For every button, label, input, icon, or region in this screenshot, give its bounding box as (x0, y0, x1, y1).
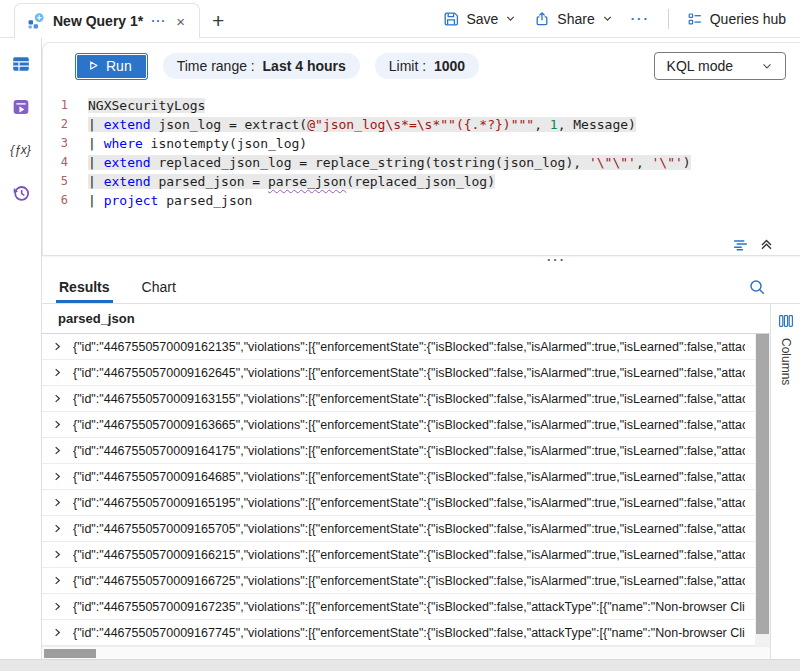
limit-pill[interactable]: Limit : 1000 (375, 53, 479, 79)
format-lines-button[interactable] (732, 236, 749, 253)
columns-side-panel[interactable]: Columns (770, 304, 800, 659)
kusto-app-icon (27, 12, 45, 30)
tab-results[interactable]: Results (56, 270, 113, 303)
sidebar-item-query-history[interactable] (9, 181, 33, 205)
table-row[interactable]: {"id":"4467550570009165705","violations"… (42, 516, 770, 542)
window-bottom-strip (0, 659, 800, 671)
row-expand-icon[interactable] (52, 341, 63, 352)
table-row[interactable]: {"id":"4467550570009162135","violations"… (42, 334, 770, 360)
code-tokens: | project parsed_json (88, 193, 252, 208)
tab-chart[interactable]: Chart (139, 270, 179, 303)
row-expand-icon[interactable] (52, 627, 63, 638)
row-expand-icon[interactable] (52, 575, 63, 586)
code-token: extend (104, 117, 151, 132)
row-expand-button[interactable] (52, 523, 63, 534)
row-expand-button[interactable] (52, 341, 63, 352)
kql-mode-select[interactable]: KQL mode (654, 52, 786, 80)
row-expand-icon[interactable] (52, 393, 63, 404)
sidebar-item-functions[interactable]: {ƒx} (9, 138, 33, 162)
row-expand-icon[interactable] (52, 601, 63, 612)
row-expand-icon[interactable] (52, 367, 63, 378)
row-expand-button[interactable] (52, 549, 63, 560)
splitter-handle[interactable]: ··· (547, 252, 566, 267)
table-row[interactable]: {"id":"4467550570009166215","violations"… (42, 542, 770, 568)
time-range-pill[interactable]: Time range : Last 4 hours (163, 53, 360, 79)
code-token: | (88, 136, 104, 151)
row-expand-icon[interactable] (52, 497, 63, 508)
script-play-icon (11, 97, 31, 117)
code-token: parsed_json = (151, 174, 268, 189)
limit-value: 1000 (434, 58, 465, 74)
run-button[interactable]: Run (75, 53, 148, 80)
run-label: Run (106, 58, 132, 74)
table-row[interactable]: {"id":"4467550570009165195","violations"… (42, 490, 770, 516)
sidebar-item-connections[interactable] (9, 52, 33, 76)
save-chevron-icon (505, 13, 516, 24)
horizontal-scrollbar-thumb[interactable] (44, 649, 96, 658)
row-expand-button[interactable] (52, 367, 63, 378)
queries-hub-button[interactable]: Queries hub (687, 11, 786, 27)
main-panel: Run Time range : Last 4 hours Limit : 10… (42, 38, 800, 659)
sidebar-item-saved-scripts[interactable] (9, 95, 33, 119)
tab-more-icon[interactable]: ··· (151, 14, 166, 28)
row-expand-icon[interactable] (52, 471, 63, 482)
table-row[interactable]: {"id":"4467550570009166725","violations"… (42, 568, 770, 594)
functions-icon: {ƒx} (10, 143, 31, 157)
line-number: 5 (43, 172, 81, 191)
row-expand-button[interactable] (52, 471, 63, 482)
code-token: , Message) (558, 117, 636, 132)
code-token: (replaced_json_log) (346, 174, 495, 189)
row-expand-button[interactable] (52, 627, 63, 638)
editor-line: 2| extend json_log = extract(@"json_log\… (43, 115, 800, 134)
vertical-scrollbar-thumb[interactable] (756, 334, 769, 634)
code-token: where (104, 136, 143, 151)
tab-close-icon[interactable]: × (174, 14, 187, 29)
row-expand-button[interactable] (52, 419, 63, 430)
table-row[interactable]: {"id":"4467550570009162645","violations"… (42, 360, 770, 386)
search-button[interactable] (748, 270, 766, 303)
code-tokens: | where isnotempty(json_log) (88, 136, 307, 151)
save-icon (443, 11, 459, 27)
content: {ƒx} Run T (0, 38, 800, 659)
row-json-text: {"id":"4467550570009166215","violations"… (73, 548, 745, 562)
table-row[interactable]: {"id":"4467550570009163155","violations"… (42, 386, 770, 412)
row-expand-icon[interactable] (52, 523, 63, 534)
table-row[interactable]: {"id":"4467550570009167235","violations"… (42, 594, 770, 620)
row-expand-button[interactable] (52, 497, 63, 508)
code-token: | (88, 193, 104, 208)
collapse-editor-button[interactable] (759, 237, 774, 252)
code-token: isnotempty(json_log) (143, 136, 307, 151)
row-expand-icon[interactable] (52, 549, 63, 560)
row-expand-button[interactable] (52, 445, 63, 456)
row-json-text: {"id":"4467550570009165705","violations"… (73, 522, 745, 536)
code-token: '\"\"' (589, 155, 636, 170)
table-row[interactable]: {"id":"4467550570009163665","violations"… (42, 412, 770, 438)
horizontal-scrollbar[interactable] (42, 646, 770, 659)
panel-splitter[interactable]: ··· (42, 256, 800, 270)
column-header-parsed-json[interactable]: parsed_json (42, 304, 770, 334)
row-json-text: {"id":"4467550570009165195","violations"… (73, 496, 745, 510)
vertical-scrollbar[interactable] (755, 334, 770, 646)
rows-viewport: {"id":"4467550570009162135","violations"… (42, 334, 770, 646)
code-tokens: | extend replaced_json_log = replace_str… (88, 155, 691, 170)
row-expand-icon[interactable] (52, 419, 63, 430)
table-row[interactable]: {"id":"4467550570009164175","violations"… (42, 438, 770, 464)
row-expand-icon[interactable] (52, 445, 63, 456)
toolbar-actions: Save Share ··· (443, 0, 800, 37)
code-token: json_log = extract( (151, 117, 308, 132)
line-number: 4 (43, 153, 81, 172)
row-expand-button[interactable] (52, 393, 63, 404)
code-token: , (636, 155, 652, 170)
share-button[interactable]: Share (534, 11, 612, 27)
row-expand-button[interactable] (52, 601, 63, 612)
row-expand-button[interactable] (52, 575, 63, 586)
more-actions-button[interactable]: ··· (631, 11, 650, 26)
actions-divider (668, 9, 669, 29)
new-tab-button[interactable]: + (212, 10, 224, 31)
save-button[interactable]: Save (443, 11, 516, 27)
table-row[interactable]: {"id":"4467550570009167745","violations"… (42, 620, 770, 646)
query-tab[interactable]: New Query 1* ··· × (14, 3, 200, 38)
table-row[interactable]: {"id":"4467550570009164685","violations"… (42, 464, 770, 490)
query-editor[interactable]: 1NGXSecurityLogs2| extend json_log = ext… (43, 89, 800, 233)
code-tokens: | extend json_log = extract(@"json_log\s… (88, 117, 636, 132)
